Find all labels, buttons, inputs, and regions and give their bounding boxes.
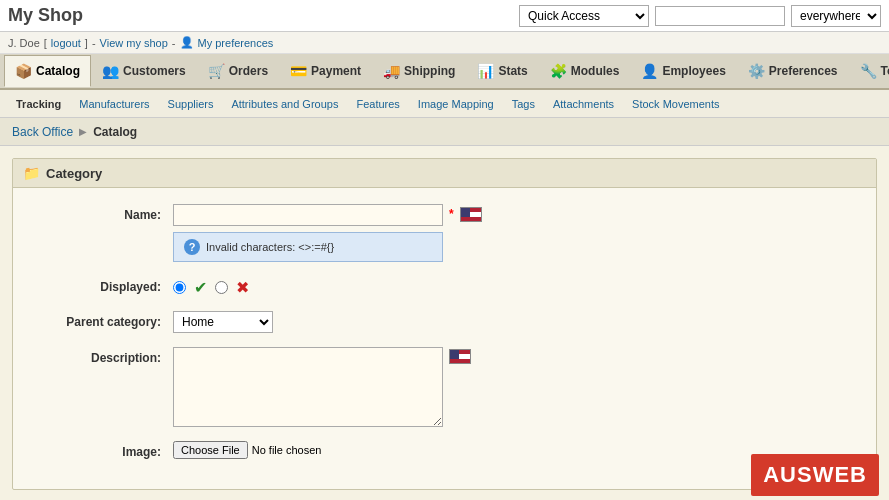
nav-item-orders[interactable]: 🛒 Orders <box>197 55 279 87</box>
user-name: J. Doe <box>8 37 40 49</box>
nav-item-preferences[interactable]: ⚙️ Preferences <box>737 55 849 87</box>
panel-body: Name: * ? Invalid characters: <>:=#{} Di… <box>13 188 876 489</box>
top-bar: My Shop Quick Access everywhere <box>0 0 889 32</box>
parent-category-select[interactable]: Home Root Men Women <box>173 311 273 333</box>
nav-item-shipping[interactable]: 🚚 Shipping <box>372 55 466 87</box>
nav-item-catalog[interactable]: 📦 Catalog <box>4 55 91 87</box>
nav-label-employees: Employees <box>662 64 725 78</box>
checkmark-icon: ✔ <box>194 278 207 297</box>
displayed-row: Displayed: ✔ ✖ <box>33 276 856 297</box>
nav-label-catalog: Catalog <box>36 64 80 78</box>
everywhere-select[interactable]: everywhere <box>791 5 881 27</box>
person-icon: 👤 <box>180 36 194 49</box>
sub-nav-features[interactable]: Features <box>348 94 407 114</box>
nav-label-payment: Payment <box>311 64 361 78</box>
breadcrumb: Back Office ▶ Catalog <box>0 118 889 146</box>
nav-label-modules: Modules <box>571 64 620 78</box>
radio-no[interactable] <box>215 281 228 294</box>
radio-group: ✔ ✖ <box>173 276 249 297</box>
sub-nav-tags[interactable]: Tags <box>504 94 543 114</box>
name-label: Name: <box>33 204 173 222</box>
description-label: Description: <box>33 347 173 365</box>
sub-nav-manufacturers[interactable]: Manufacturers <box>71 94 157 114</box>
customers-icon: 👥 <box>102 63 119 79</box>
description-control <box>173 347 856 427</box>
search-input[interactable] <box>655 6 785 26</box>
view-shop-link[interactable]: View my shop <box>100 37 168 49</box>
name-control-wrapper: * ? Invalid characters: <>:=#{} <box>173 204 856 226</box>
employees-icon: 👤 <box>641 63 658 79</box>
sub-nav-stock-movements[interactable]: Stock Movements <box>624 94 727 114</box>
nav-item-customers[interactable]: 👥 Customers <box>91 55 197 87</box>
nav-label-tools: Tools <box>881 64 889 78</box>
tooltip-question-icon: ? <box>184 239 200 255</box>
us-flag-description-icon <box>449 349 471 364</box>
sub-nav: Tracking Manufacturers Suppliers Attribu… <box>0 90 889 118</box>
nav-label-orders: Orders <box>229 64 268 78</box>
displayed-control-wrapper: ✔ ✖ <box>173 276 856 297</box>
nav-item-employees[interactable]: 👤 Employees <box>630 55 736 87</box>
panel-header: 📁 Category <box>13 159 876 188</box>
app-title: My Shop <box>8 5 83 26</box>
parent-category-control: Home Root Men Women <box>173 311 856 333</box>
nav-item-payment[interactable]: 💳 Payment <box>279 55 372 87</box>
user-bar: J. Doe [ logout ] - View my shop - 👤 My … <box>0 32 889 54</box>
orders-icon: 🛒 <box>208 63 225 79</box>
nav-label-preferences: Preferences <box>769 64 838 78</box>
image-upload[interactable] <box>173 441 373 459</box>
tooltip-text: Invalid characters: <>:=#{} <box>206 241 334 253</box>
name-tooltip: ? Invalid characters: <>:=#{} <box>173 232 443 262</box>
image-label: Image: <box>33 441 173 459</box>
folder-icon: 📁 <box>23 165 40 181</box>
nav-item-tools[interactable]: 🔧 Tools <box>849 55 889 87</box>
breadcrumb-back-office[interactable]: Back Office <box>12 125 73 139</box>
nav-label-shipping: Shipping <box>404 64 455 78</box>
nav-item-stats[interactable]: 📊 Stats <box>466 55 538 87</box>
stats-icon: 📊 <box>477 63 494 79</box>
description-row: Description: <box>33 347 856 427</box>
preferences-icon: ⚙️ <box>748 63 765 79</box>
main-nav: 📦 Catalog 👥 Customers 🛒 Orders 💳 Payment… <box>0 54 889 90</box>
catalog-icon: 📦 <box>15 63 32 79</box>
sub-nav-image-mapping[interactable]: Image Mapping <box>410 94 502 114</box>
sub-nav-tracking[interactable]: Tracking <box>8 94 69 114</box>
radio-yes[interactable] <box>173 281 186 294</box>
payment-icon: 💳 <box>290 63 307 79</box>
name-input[interactable] <box>173 204 443 226</box>
cross-icon: ✖ <box>236 278 249 297</box>
my-preferences-link[interactable]: My preferences <box>198 37 274 49</box>
nav-item-modules[interactable]: 🧩 Modules <box>539 55 631 87</box>
tools-icon: 🔧 <box>860 63 877 79</box>
required-star: * <box>449 207 454 221</box>
quick-access-select[interactable]: Quick Access <box>519 5 649 27</box>
content-area: 📁 Category Name: * ? Invalid characters:… <box>0 146 889 500</box>
parent-category-row: Parent category: Home Root Men Women <box>33 311 856 333</box>
us-flag-icon <box>460 207 482 222</box>
name-row: Name: * ? Invalid characters: <>:=#{} <box>33 204 856 226</box>
displayed-label: Displayed: <box>33 276 173 294</box>
parent-category-label: Parent category: <box>33 311 173 329</box>
shipping-icon: 🚚 <box>383 63 400 79</box>
sub-nav-suppliers[interactable]: Suppliers <box>160 94 222 114</box>
sub-nav-attachments[interactable]: Attachments <box>545 94 622 114</box>
image-row: Image: <box>33 441 856 459</box>
top-bar-right: Quick Access everywhere <box>519 5 881 27</box>
category-panel: 📁 Category Name: * ? Invalid characters:… <box>12 158 877 490</box>
nav-label-customers: Customers <box>123 64 186 78</box>
description-textarea[interactable] <box>173 347 443 427</box>
ausweb-logo: AUSWEB <box>751 454 879 496</box>
breadcrumb-separator: ▶ <box>79 126 87 137</box>
logout-link[interactable]: logout <box>51 37 81 49</box>
nav-label-stats: Stats <box>498 64 527 78</box>
panel-title: Category <box>46 166 102 181</box>
modules-icon: 🧩 <box>550 63 567 79</box>
sub-nav-attributes[interactable]: Attributes and Groups <box>223 94 346 114</box>
quick-access-wrapper: Quick Access <box>519 5 649 27</box>
breadcrumb-catalog: Catalog <box>93 125 137 139</box>
